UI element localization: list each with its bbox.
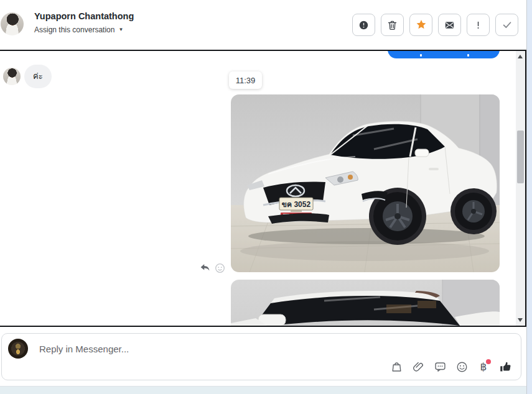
contact-name: Yupaporn Chantathong [34, 11, 134, 21]
shop-bag-icon[interactable] [390, 360, 403, 373]
reply-input[interactable] [39, 341, 388, 356]
page-avatar [8, 339, 28, 359]
important-button[interactable] [467, 14, 490, 36]
assign-conversation-dropdown[interactable]: Assign this conversation ▼ [34, 25, 123, 34]
message-timestamp-tooltip: 11:39 [229, 71, 262, 89]
message-sender-avatar[interactable] [3, 68, 21, 85]
mark-unread-icon [444, 19, 455, 31]
saved-replies-icon[interactable] [433, 360, 447, 373]
conversation-toolbar [352, 14, 518, 36]
react-emoji-icon[interactable] [215, 263, 225, 276]
scrollbar-thumb[interactable] [517, 131, 524, 183]
page-background-right [526, 0, 532, 394]
composer-actions: ฿ [390, 360, 512, 373]
trash-icon [386, 19, 398, 31]
license-plate-text: ขค 3052 [282, 200, 311, 209]
message-bubble[interactable]: ค่ะ [24, 65, 52, 88]
mark-unread-button[interactable] [438, 14, 461, 36]
reply-icon[interactable] [199, 262, 210, 276]
attachment-paperclip-icon[interactable] [411, 360, 425, 373]
thumbs-up-icon[interactable] [498, 360, 512, 373]
check-icon [501, 19, 513, 31]
emoji-icon[interactable] [455, 360, 469, 373]
star-icon [415, 19, 427, 31]
contact-avatar[interactable] [1, 12, 24, 35]
attachment-photo-car-top[interactable] [231, 280, 500, 327]
notification-dot [486, 359, 491, 364]
attachment-photo-car-front[interactable]: ขค 3052 [231, 94, 500, 272]
message-hover-actions [199, 262, 225, 276]
assign-conversation-label: Assign this conversation [34, 25, 114, 34]
chat-message-area: ค่ะ 11:39 [0, 50, 526, 327]
star-button[interactable] [409, 14, 432, 36]
page-background-bottom [0, 386, 532, 394]
messenger-conversation-window: Yupaporn Chantathong Assign this convers… [0, 0, 532, 394]
scroll-down-arrow-icon[interactable] [518, 318, 523, 322]
chevron-down-icon: ▼ [118, 27, 123, 32]
scroll-up-arrow-icon[interactable] [518, 55, 523, 58]
scrolled-action-button[interactable] [388, 50, 500, 58]
report-button[interactable] [352, 14, 375, 36]
important-icon [472, 19, 484, 31]
payment-baht-icon[interactable]: ฿ [477, 360, 490, 373]
delete-button[interactable] [381, 14, 404, 36]
report-icon [358, 19, 370, 31]
reply-composer: ฿ [1, 333, 521, 380]
chat-scrollbar[interactable] [516, 51, 525, 326]
mark-done-button[interactable] [495, 14, 518, 36]
